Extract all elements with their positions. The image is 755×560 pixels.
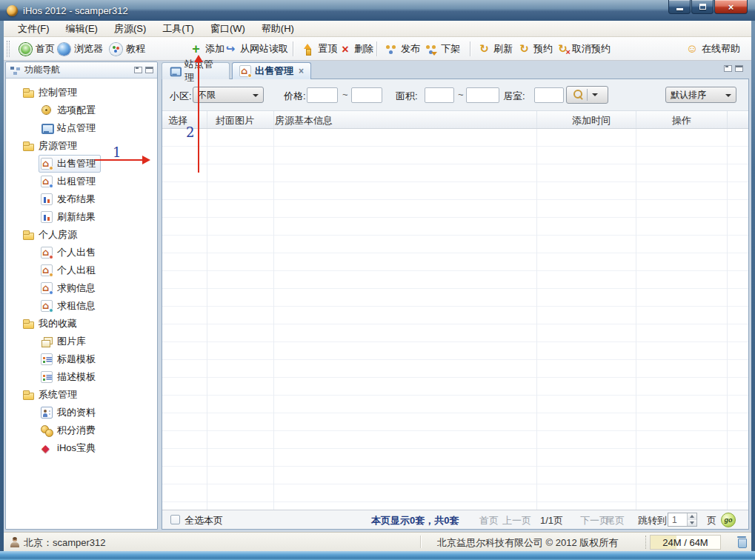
tab-sale-mgmt[interactable]: ⌂ 出售管理 × [232, 62, 311, 79]
panel-maximize-icon[interactable] [145, 67, 153, 73]
house-icon: ⌂ [41, 247, 53, 259]
refresh-button[interactable]: ↻刷新 [476, 40, 515, 58]
table-body [162, 129, 748, 510]
sidebar-item-desc-templates[interactable]: ≡描述模板 [6, 368, 157, 386]
tab-site-mgmt[interactable]: 站点管理 [162, 62, 230, 79]
unpublish-nodes-icon [425, 43, 437, 56]
area-max-input[interactable] [466, 87, 499, 103]
tab-close-icon[interactable]: × [299, 66, 304, 76]
import-from-site-button[interactable]: ↪从网站读取 [222, 40, 290, 58]
panel-maximize-icon[interactable] [735, 65, 743, 72]
jump-page-stepper[interactable]: 1 [668, 513, 697, 527]
sidebar-header: 功能导航 [6, 62, 157, 79]
delete-button[interactable]: ×删除 [338, 40, 376, 58]
refresh-icon: ↻ [479, 43, 490, 55]
toolbar-separator [376, 41, 378, 56]
sidebar-item-points-consumption[interactable]: 积分消费 [6, 421, 157, 439]
price-min-input[interactable] [307, 87, 338, 103]
memory-indicator: 24M / 64M [650, 535, 721, 550]
col-cover-image[interactable]: 封面图片 [216, 114, 254, 127]
folder-icon [22, 389, 34, 401]
chevron-down-icon [725, 94, 731, 97]
unpublish-button[interactable]: 下架 [422, 40, 462, 58]
home-button[interactable]: 首页 [17, 40, 57, 58]
search-button[interactable] [566, 86, 608, 104]
chart-icon [41, 211, 53, 223]
menu-listing[interactable]: 房源(S) [106, 21, 154, 36]
sidebar-item-listing-mgmt[interactable]: 房源管理 [6, 137, 157, 155]
sidebar-item-image-library[interactable]: 图片库 [6, 333, 157, 350]
col-basic-info[interactable]: 房源基本信息 [275, 114, 333, 127]
sort-select[interactable]: 默认排序 [665, 87, 736, 103]
restore-icon [699, 4, 706, 10]
monitor-icon [41, 122, 53, 134]
col-actions[interactable]: 操作 [672, 114, 691, 127]
sidebar-item-personal-listings[interactable]: 个人房源 [6, 226, 157, 244]
sidebar-item-personal-rent[interactable]: ⌂个人出租 [6, 261, 157, 279]
area-label: 面积: [396, 90, 418, 103]
cancel-reserve-button[interactable]: ↻×取消预约 [555, 40, 613, 58]
smiley-icon: ☺ [686, 43, 698, 55]
sidebar-item-control-mgmt[interactable]: 控制管理 [6, 84, 157, 101]
template-icon: ≡ [41, 353, 53, 365]
pin-top-button[interactable]: 置顶 [299, 40, 339, 58]
sale-mgmt-panel: 小区: 不限 价格: ~ 面积: ~ 居室: [162, 79, 749, 530]
sidebar-item-personal-sale[interactable]: ⌂个人出售 [6, 244, 157, 261]
sidebar-item-ihos-handbook[interactable]: ◆iHos宝典 [6, 439, 157, 457]
annotation-step-2: 2 [186, 126, 194, 139]
annotation-arrow-right-head [142, 156, 150, 164]
gem-icon: ◆ [41, 442, 53, 454]
price-max-input[interactable] [351, 87, 382, 103]
sidebar-item-option-config[interactable]: 选项配置 [6, 101, 157, 119]
sidebar-item-my-favorites[interactable]: 我的收藏 [6, 315, 157, 333]
page-stats: 本页显示0套，共0套 [371, 514, 459, 527]
menu-file[interactable]: 文件(F) [10, 21, 58, 36]
restore-button[interactable] [691, 0, 714, 14]
close-button[interactable]: × [714, 0, 748, 14]
page-indicator: 1/1页 [540, 514, 563, 527]
toolbar-separator [470, 41, 471, 56]
sidebar-item-refresh-results[interactable]: 刷新结果 [6, 208, 157, 226]
sidebar-item-site-mgmt[interactable]: 站点管理 [6, 119, 157, 137]
tutorial-button[interactable]: 教程 [107, 40, 147, 58]
panel-minimize-icon[interactable] [134, 67, 142, 73]
trash-icon[interactable] [737, 536, 746, 547]
menu-edit[interactable]: 编辑(E) [58, 21, 106, 36]
menu-tools[interactable]: 工具(T) [154, 21, 202, 36]
stepper-down-icon[interactable] [688, 520, 696, 527]
col-added-time[interactable]: 添加时间 [572, 114, 611, 127]
area-min-input[interactable] [425, 87, 454, 103]
window-controls: × [668, 0, 748, 14]
menu-window[interactable]: 窗口(W) [202, 21, 253, 36]
sidebar-item-my-profile[interactable]: 我的资料 [6, 404, 157, 421]
folder-icon [22, 229, 34, 241]
sidebar-item-buy-requests[interactable]: ⌂求购信息 [6, 279, 157, 297]
rooms-input[interactable] [534, 87, 564, 103]
images-icon [41, 336, 53, 347]
stepper-up-icon[interactable] [688, 513, 696, 520]
last-page-link[interactable]: 尾页 [605, 514, 625, 527]
publish-button[interactable]: 发布 [382, 40, 422, 58]
sidebar-item-rent-requests[interactable]: ⌂求租信息 [6, 297, 157, 315]
sidebar-item-rent-mgmt[interactable]: ⌂出租管理 [6, 173, 157, 190]
first-page-link[interactable]: 首页 [479, 514, 499, 527]
sidebar-item-sale-mgmt[interactable]: ⌂出售管理 [6, 155, 157, 173]
community-select[interactable]: 不限 [193, 87, 264, 103]
select-all-checkbox[interactable] [170, 515, 180, 524]
close-icon: × [728, 1, 734, 13]
go-button[interactable]: go [721, 513, 736, 527]
toolbar-grip[interactable] [7, 41, 10, 57]
panel-minimize-icon[interactable] [724, 65, 732, 72]
page-unit-label: 页 [707, 514, 716, 527]
minimize-button[interactable] [668, 0, 691, 14]
workspace: 功能导航 控制管理 选项配置 站点管理 房源管理 ⌂出售管理 ⌂出租管理 发布结… [4, 61, 751, 532]
menu-help[interactable]: 帮助(H) [253, 21, 302, 36]
sidebar-item-publish-results[interactable]: 发布结果 [6, 190, 157, 208]
sidebar-item-system-mgmt[interactable]: 系统管理 [6, 386, 157, 404]
browser-button[interactable]: 浏览器 [56, 40, 105, 58]
col-select[interactable]: 选择 [168, 114, 187, 127]
main-panel: 站点管理 ⌂ 出售管理 × 小区: 不限 [162, 61, 749, 530]
sidebar-item-title-templates[interactable]: ≡标题模板 [6, 350, 157, 368]
online-help-button[interactable]: ☺在线帮助 [684, 40, 742, 58]
prev-page-link[interactable]: 上一页 [502, 514, 531, 527]
